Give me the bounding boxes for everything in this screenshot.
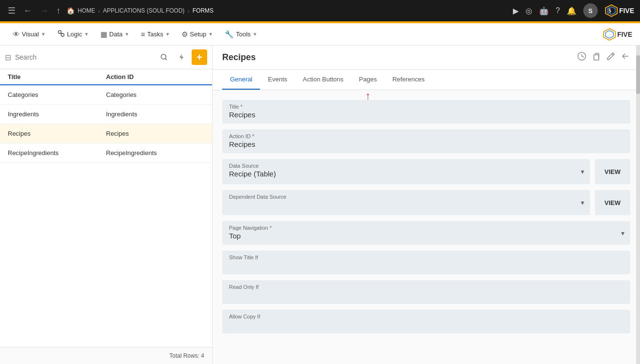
five-logo-toolbar: FIVE bbox=[603, 28, 632, 41]
breadcrumb-sep-2: › bbox=[187, 7, 189, 15]
row-actionid-categories: Categories bbox=[106, 91, 205, 98]
content-header: Recipes bbox=[213, 46, 640, 70]
tabs-bar: General Events Action Buttons Pages ↑ Re… bbox=[213, 70, 640, 90]
svg-rect-14 bbox=[594, 55, 599, 60]
content-area: Recipes bbox=[213, 46, 640, 364]
field-dep-datasource-value bbox=[229, 201, 573, 209]
sidebar-table-header: Title Action ID bbox=[0, 69, 212, 85]
field-dep-datasource-label: Dependent Data Source bbox=[229, 194, 573, 200]
dep-datasource-dropdown-arrow: ▾ bbox=[581, 199, 584, 206]
toolbar-left: 👁 Visual ▼ Logic ▼ ▦ Data ▼ ≡ Tasks ▼ ⚙ … bbox=[8, 27, 263, 42]
scrollbar[interactable] bbox=[636, 46, 640, 364]
breadcrumb-current[interactable]: FORMS bbox=[193, 7, 213, 14]
tasks-label: Tasks bbox=[147, 31, 163, 38]
field-readonly-label: Read Only If bbox=[229, 284, 624, 290]
menu-tools[interactable]: 🔧 Tools ▼ bbox=[220, 27, 262, 42]
tab-references[interactable]: References bbox=[385, 70, 432, 90]
lightning-icon-btn[interactable] bbox=[174, 50, 189, 64]
content-title: Recipes bbox=[222, 52, 256, 68]
back-icon[interactable]: ← bbox=[21, 4, 34, 18]
field-datasource-value: Recipe (Table) bbox=[229, 170, 573, 178]
forward-icon[interactable]: → bbox=[38, 4, 50, 18]
tab-events[interactable]: Events bbox=[260, 70, 295, 90]
breadcrumb-home[interactable]: HOME bbox=[78, 7, 95, 14]
toolbar-right: FIVE bbox=[603, 28, 632, 41]
menu-icon[interactable]: ☰ bbox=[6, 3, 17, 18]
field-showtitle-value bbox=[229, 261, 624, 269]
data-arrow: ▼ bbox=[125, 32, 130, 37]
five-logo: 5 FIVE bbox=[605, 4, 634, 17]
back-nav-icon[interactable] bbox=[621, 51, 630, 63]
breadcrumb-app[interactable]: APPLICATIONS (SOUL FOOD) bbox=[103, 7, 184, 14]
avatar[interactable]: S bbox=[583, 3, 598, 18]
bell-icon[interactable]: 🔔 bbox=[567, 6, 576, 16]
dep-datasource-view-button[interactable]: VIEW bbox=[595, 190, 630, 215]
add-button[interactable]: + bbox=[192, 49, 207, 65]
menu-tasks[interactable]: ≡ Tasks ▼ bbox=[136, 27, 175, 41]
target-icon[interactable]: ◎ bbox=[525, 6, 532, 16]
search-icon bbox=[160, 53, 168, 61]
svg-point-3 bbox=[58, 31, 61, 33]
menu-visual[interactable]: 👁 Visual ▼ bbox=[8, 27, 50, 41]
field-title-label: Title * bbox=[229, 104, 624, 110]
scrollbar-thumb[interactable] bbox=[636, 55, 640, 94]
field-actionid-label: Action ID * bbox=[229, 133, 624, 139]
field-title[interactable]: Title * Recipes bbox=[222, 100, 630, 124]
field-dep-datasource[interactable]: Dependent Data Source ▾ bbox=[222, 190, 590, 215]
sidebar-actions: + bbox=[157, 49, 207, 65]
copy-icon[interactable] bbox=[591, 51, 601, 63]
tab-general[interactable]: General bbox=[222, 70, 260, 90]
sidebar-rows: Categories Categories Ingredients Ingred… bbox=[0, 85, 212, 347]
five-logo-icon: 5 bbox=[605, 4, 618, 17]
sidebar-row-recipes[interactable]: Recipes Recipes bbox=[0, 124, 212, 143]
logic-label: Logic bbox=[67, 31, 82, 38]
help-icon[interactable]: ? bbox=[556, 6, 560, 15]
top-nav-right: ▶ ◎ 🤖 ? 🔔 S 5 FIVE bbox=[513, 3, 634, 18]
tab-pages[interactable]: Pages ↑ bbox=[351, 70, 385, 90]
home-icon: 🏠 bbox=[66, 7, 75, 15]
sidebar-row-categories[interactable]: Categories Categories bbox=[0, 85, 212, 105]
edit-icon[interactable] bbox=[606, 51, 616, 63]
sidebar-row-ingredients[interactable]: Ingredients Ingredients bbox=[0, 105, 212, 124]
filter-icon: ⊟ bbox=[5, 53, 11, 62]
breadcrumb: 🏠 HOME › APPLICATIONS (SOUL FOOD) › FORM… bbox=[66, 7, 509, 15]
field-datasource[interactable]: Data Source Recipe (Table) ▾ bbox=[222, 159, 590, 184]
sidebar-row-recipeingredients[interactable]: RecipeIngredients RecipeIngredients bbox=[0, 143, 212, 163]
five-label: FIVE bbox=[619, 7, 634, 15]
tab-action-buttons-label: Action Buttons bbox=[303, 76, 344, 83]
pencil-icon bbox=[606, 51, 616, 61]
tools-arrow: ▼ bbox=[253, 32, 258, 37]
robot-icon[interactable]: 🤖 bbox=[539, 6, 549, 16]
menu-logic[interactable]: Logic ▼ bbox=[52, 27, 94, 42]
menu-data[interactable]: ▦ Data ▼ bbox=[96, 27, 134, 42]
field-read-only[interactable]: Read Only If bbox=[222, 280, 630, 304]
svg-line-15 bbox=[612, 54, 613, 55]
tab-events-label: Events bbox=[268, 76, 287, 83]
search-icon-btn[interactable] bbox=[157, 50, 171, 64]
menu-setup[interactable]: ⚙ Setup ▼ bbox=[177, 27, 218, 42]
field-pagenav-value: Top bbox=[229, 232, 613, 240]
field-readonly-value bbox=[229, 291, 624, 299]
play-icon[interactable]: ▶ bbox=[513, 6, 519, 16]
field-show-title[interactable]: Show Title If bbox=[222, 251, 630, 274]
datasource-view-button[interactable]: VIEW bbox=[595, 159, 630, 184]
tab-action-buttons[interactable]: Action Buttons bbox=[295, 70, 351, 90]
row-title-categories: Categories bbox=[8, 91, 106, 98]
up-icon[interactable]: ↑ bbox=[54, 4, 63, 18]
pagenav-dropdown-arrow: ▾ bbox=[621, 229, 624, 237]
col-title: Title bbox=[8, 73, 106, 80]
svg-marker-10 bbox=[180, 54, 183, 61]
svg-line-9 bbox=[165, 59, 167, 61]
field-datasource-row: Data Source Recipe (Table) ▾ VIEW bbox=[222, 159, 630, 184]
lightning-icon bbox=[178, 53, 185, 61]
field-allow-copy[interactable]: Allow Copy If bbox=[222, 310, 630, 333]
field-action-id[interactable]: Action ID * Recipes bbox=[222, 129, 630, 153]
svg-line-13 bbox=[582, 56, 584, 57]
history-icon[interactable] bbox=[577, 51, 587, 63]
field-showtitle-label: Show Title If bbox=[229, 254, 624, 260]
data-label: Data bbox=[109, 31, 122, 38]
search-input[interactable] bbox=[15, 53, 153, 61]
field-page-nav[interactable]: Page Navigation * Top ▾ bbox=[222, 221, 630, 245]
setup-icon: ⚙ bbox=[181, 30, 188, 39]
setup-label: Setup bbox=[190, 31, 206, 38]
